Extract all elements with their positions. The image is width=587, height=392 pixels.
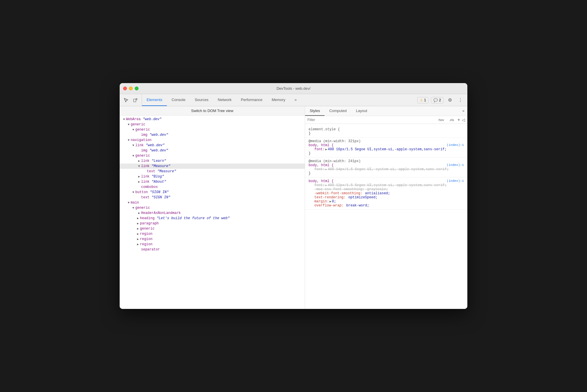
list-item[interactable]: ▶ region [120, 231, 305, 237]
close-button[interactable] [123, 87, 127, 90]
warning-badge[interactable]: ⚠ 1 [417, 97, 429, 103]
traffic-lights [123, 87, 138, 90]
expand-value-icon[interactable]: ▶ [325, 168, 327, 171]
dom-tree[interactable]: ▼ WebArea "web.dev" ▼ generic ▼ generic [120, 116, 305, 309]
list-item[interactable]: ▼ main [120, 200, 305, 205]
list-item[interactable]: img "web.dev" [120, 132, 305, 138]
list-item[interactable]: text "SIGN IN" [120, 195, 305, 200]
expand-icon[interactable]: ▼ [131, 144, 135, 147]
titlebar: DevTools - web.dev/ [120, 83, 467, 94]
list-item[interactable]: ▶ paragraph [120, 221, 305, 226]
dom-panel: Switch to DOM Tree view ▼ WebArea "web.d… [120, 106, 305, 309]
expand-icon[interactable]: ▶ [137, 180, 141, 184]
dom-breadcrumb[interactable]: Switch to DOM Tree view [120, 106, 305, 116]
list-item[interactable]: ▼ generic [120, 122, 305, 127]
info-badge[interactable]: 💬 2 [431, 97, 444, 103]
expand-icon[interactable]: ▼ [131, 128, 135, 131]
tab-network[interactable]: Network [213, 94, 236, 106]
expand-value-icon[interactable]: ▶ [325, 148, 327, 151]
warning-icon: ⚠ [420, 98, 423, 102]
settings-icon[interactable]: ⚙ [446, 96, 454, 104]
expand-icon[interactable]: ▼ [137, 165, 141, 168]
media-query: @media (min-width: 321px) [309, 139, 464, 143]
expand-icon[interactable]: ▶ [136, 222, 140, 225]
tab-elements[interactable]: Elements [142, 94, 167, 106]
device-mode-icon[interactable] [131, 96, 139, 104]
expand-icon[interactable]: ▼ [131, 154, 135, 157]
expand-icon[interactable]: ▶ [136, 243, 140, 246]
svg-rect-1 [136, 98, 137, 100]
list-item[interactable]: separator [120, 247, 305, 252]
expand-icon[interactable]: ▶ [136, 217, 140, 220]
style-selector: element.style { [309, 127, 340, 131]
tab-computed[interactable]: Computed [325, 106, 351, 116]
expand-icon[interactable]: ▼ [127, 139, 131, 142]
list-item[interactable]: ▶ generic [120, 226, 305, 231]
list-item[interactable]: img "web.dev" [120, 148, 305, 153]
style-selector: body, html { [309, 143, 333, 147]
list-item[interactable]: ▼ generic [120, 205, 305, 210]
style-block-element: element.style { } [305, 126, 467, 138]
main-tabs: Elements Console Sources Network Perform… [142, 94, 414, 106]
maximize-button[interactable] [135, 87, 138, 90]
filter-input[interactable] [307, 118, 434, 122]
style-source[interactable]: (index):1 [447, 163, 464, 167]
list-item[interactable]: ▼ generic [120, 127, 305, 132]
cls-filter-btn[interactable]: .cls [447, 117, 456, 122]
select-element-icon[interactable] [122, 96, 130, 104]
list-item[interactable]: ▶ link "Blog" [120, 174, 305, 179]
tab-styles[interactable]: Styles [305, 106, 325, 116]
list-item[interactable]: ▼ button "SIGN IN" [120, 190, 305, 195]
list-item[interactable]: ▼ WebArea "web.dev" [120, 117, 305, 122]
list-item[interactable]: ▶ heading "Let's build the future of the… [120, 216, 305, 221]
panel-tabs-more[interactable]: » [460, 106, 467, 116]
expand-icon[interactable]: ▶ [137, 175, 141, 178]
style-block-body: body, html { (index):1 font: ▶ 400 12px/… [305, 177, 467, 210]
media-query: @media (min-width: 241px) [309, 159, 464, 163]
message-icon: 💬 [433, 98, 438, 102]
list-item[interactable]: ▶ HeaderAsNonLandmark [120, 210, 305, 216]
list-item[interactable]: ▶ link "Learn" [120, 158, 305, 164]
style-source[interactable]: (index):1 [447, 143, 464, 147]
collapse-btn[interactable]: ◁ [462, 118, 465, 122]
tab-layout[interactable]: Layout [351, 106, 372, 116]
warning-count: 1 [424, 98, 426, 102]
expand-value-icon[interactable]: ▶ [329, 200, 331, 203]
more-options-icon[interactable]: ⋮ [456, 96, 464, 104]
tab-more[interactable]: » [290, 94, 301, 106]
tab-memory[interactable]: Memory [267, 94, 290, 106]
expand-icon[interactable]: ▼ [131, 191, 135, 194]
add-style-btn[interactable]: + [457, 118, 460, 122]
minimize-button[interactable] [129, 87, 133, 90]
expand-icon[interactable]: ▼ [127, 123, 131, 126]
expand-icon[interactable]: ▼ [131, 206, 135, 210]
list-item[interactable]: ▼ link "Measure" [120, 164, 305, 169]
expand-icon[interactable]: ▶ [136, 237, 140, 241]
style-source[interactable]: (index):1 [447, 179, 464, 183]
list-item[interactable]: ▼ generic [120, 153, 305, 158]
expand-value-icon[interactable]: ▶ [325, 184, 327, 187]
list-item[interactable]: combobox [120, 184, 305, 190]
tab-console[interactable]: Console [167, 94, 190, 106]
toolbar-right: ⚠ 1 💬 2 ⚙ ⋮ [414, 94, 467, 106]
styles-panel: Styles Computed Layout » :hov .cls + ◁ [305, 106, 467, 309]
list-item[interactable]: ▼ link "web.dev" [120, 143, 305, 148]
list-item[interactable]: text "Measure" [120, 169, 305, 174]
devtools-window: DevTools - web.dev/ Elements Console [120, 83, 467, 309]
list-item[interactable]: ▶ link "About" [120, 179, 305, 184]
tab-sources[interactable]: Sources [190, 94, 213, 106]
expand-icon[interactable]: ▶ [136, 232, 140, 236]
styles-content: element.style { } @media (min-width: 321… [305, 124, 467, 309]
list-item[interactable]: ▼ navigation [120, 138, 305, 143]
tab-performance[interactable]: Performance [236, 94, 267, 106]
hov-filter-btn[interactable]: :hov [436, 117, 446, 122]
expand-icon[interactable]: ▶ [137, 159, 141, 163]
expand-icon[interactable]: ▶ [137, 211, 141, 215]
style-block-media1: @media (min-width: 321px) body, html { (… [305, 138, 467, 157]
expand-icon[interactable]: ▼ [127, 201, 131, 204]
message-count: 2 [439, 98, 441, 102]
list-item[interactable]: ▶ region [120, 237, 305, 242]
list-item[interactable]: ▶ region [120, 242, 305, 247]
expand-icon[interactable]: ▼ [122, 118, 126, 121]
expand-icon[interactable]: ▶ [136, 227, 140, 230]
